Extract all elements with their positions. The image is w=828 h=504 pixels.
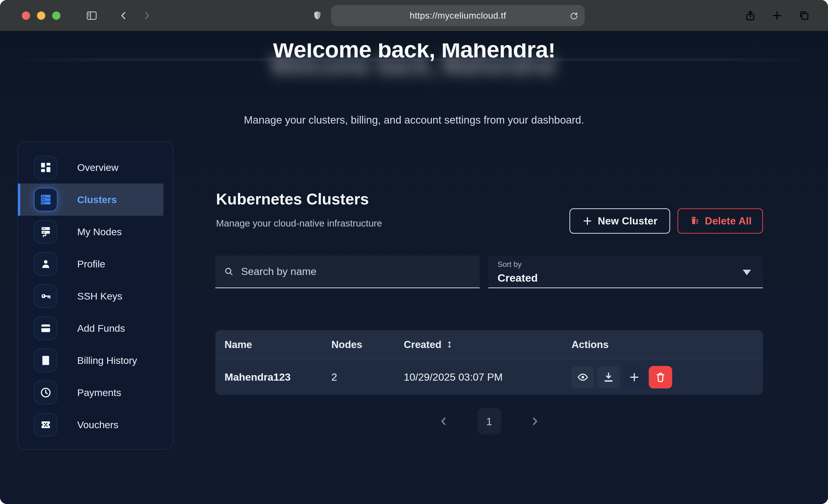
new-cluster-button[interactable]: New Cluster bbox=[570, 208, 670, 234]
chevron-right-icon bbox=[530, 416, 540, 427]
plus-icon bbox=[628, 371, 640, 383]
reload-icon[interactable] bbox=[569, 11, 579, 20]
eye-icon bbox=[577, 371, 589, 383]
sidebar-item-my-nodes[interactable]: My Nodes bbox=[18, 216, 173, 248]
hero: Welcome back, Mahendra! bbox=[0, 43, 828, 72]
cluster-created: 10/29/2025 03:07 PM bbox=[404, 371, 572, 383]
sidebar-item-label: Profile bbox=[77, 258, 105, 270]
close-window-button[interactable] bbox=[22, 11, 30, 20]
page-content: Welcome back, Mahendra! Welcome back, Ma… bbox=[0, 32, 828, 504]
sort-arrows-icon bbox=[446, 341, 453, 348]
sidebar-item-label: Vouchers bbox=[77, 419, 118, 430]
privacy-shield-icon[interactable] bbox=[312, 10, 323, 21]
sidebar-item-label: My Nodes bbox=[77, 226, 122, 238]
browser-toolbar bbox=[0, 0, 828, 32]
user-icon bbox=[34, 252, 57, 276]
download-kubeconfig-button[interactable] bbox=[597, 366, 620, 388]
sidebar: Overview Clusters bbox=[17, 142, 173, 450]
forward-button[interactable] bbox=[141, 10, 152, 21]
sidebar-item-vouchers[interactable]: Vouchers bbox=[18, 409, 173, 441]
sidebar-item-overview[interactable]: Overview bbox=[18, 152, 173, 183]
new-cluster-label: New Cluster bbox=[598, 215, 658, 227]
traffic-lights bbox=[22, 11, 60, 20]
search-input[interactable] bbox=[241, 265, 471, 278]
section-title: Kubernetes Clusters bbox=[216, 190, 369, 208]
section-subtitle: Manage your cloud-native infrastructure bbox=[216, 218, 382, 229]
next-page-button[interactable] bbox=[528, 416, 541, 427]
sidebar-item-payments[interactable]: Payments bbox=[18, 377, 173, 409]
welcome-subtitle: Manage your clusters, billing, and accou… bbox=[0, 114, 828, 126]
sidebar-item-label: Add Funds bbox=[77, 323, 125, 334]
sidebar-toggle-icon[interactable] bbox=[86, 10, 98, 22]
address-bar[interactable] bbox=[331, 5, 585, 26]
plus-icon bbox=[582, 216, 593, 226]
layout-dashboard-icon bbox=[34, 156, 57, 179]
page-number[interactable]: 1 bbox=[478, 408, 501, 434]
sidebar-item-label: Clusters bbox=[77, 194, 117, 205]
search-field[interactable] bbox=[215, 255, 480, 288]
header-created-label: Created bbox=[404, 339, 442, 350]
trash-sweep-icon bbox=[689, 215, 700, 226]
sidebar-item-label: Payments bbox=[77, 387, 121, 398]
table-header-row: Name Nodes Created Actions bbox=[215, 330, 763, 359]
clock-icon bbox=[34, 381, 57, 404]
sidebar-item-clusters[interactable]: Clusters bbox=[18, 183, 163, 216]
minimize-window-button[interactable] bbox=[37, 11, 45, 20]
search-icon bbox=[223, 266, 234, 277]
download-icon bbox=[603, 371, 615, 383]
delete-all-button[interactable]: Delete All bbox=[677, 208, 763, 234]
sort-label: Sort by bbox=[498, 260, 754, 269]
welcome-title: Welcome back, Mahendra! bbox=[0, 43, 828, 61]
sidebar-item-profile[interactable]: Profile bbox=[18, 248, 173, 280]
wallet-icon bbox=[34, 317, 57, 340]
sort-value: Created bbox=[498, 271, 754, 284]
sidebar-item-add-funds[interactable]: Add Funds bbox=[18, 312, 173, 344]
browser-window: Welcome back, Mahendra! Welcome back, Ma… bbox=[0, 0, 828, 504]
sidebar-item-billing-history[interactable]: Billing History bbox=[18, 344, 173, 377]
header-created-sort[interactable]: Created bbox=[404, 339, 572, 350]
ticket-percent-icon bbox=[34, 413, 57, 436]
chevron-left-icon bbox=[439, 416, 449, 427]
pagination: 1 bbox=[215, 408, 763, 434]
zoom-window-button[interactable] bbox=[52, 11, 60, 20]
new-tab-icon[interactable] bbox=[771, 10, 783, 22]
delete-all-label: Delete All bbox=[705, 215, 752, 227]
header-nodes: Nodes bbox=[331, 339, 404, 350]
clusters-table: Name Nodes Created Actions Mahendra123 2… bbox=[215, 330, 763, 395]
cluster-name: Mahendra123 bbox=[215, 371, 331, 383]
url-input[interactable] bbox=[356, 10, 560, 21]
sidebar-item-label: Overview bbox=[77, 162, 118, 173]
key-icon bbox=[34, 284, 57, 308]
back-button[interactable] bbox=[118, 10, 129, 21]
table-row: Mahendra123 2 10/29/2025 03:07 PM bbox=[215, 359, 763, 395]
add-node-button[interactable] bbox=[623, 366, 646, 388]
nodes-icon bbox=[34, 220, 57, 244]
header-actions: Actions bbox=[572, 339, 763, 350]
cluster-nodes: 2 bbox=[331, 371, 404, 383]
sidebar-item-ssh-keys[interactable]: SSH Keys bbox=[18, 280, 173, 312]
sidebar-item-label: Billing History bbox=[77, 355, 137, 366]
share-icon[interactable] bbox=[744, 10, 756, 22]
servers-icon bbox=[34, 188, 57, 211]
trash-icon bbox=[655, 372, 666, 383]
sidebar-item-label: SSH Keys bbox=[77, 291, 122, 302]
sort-select[interactable]: Sort by Created bbox=[488, 255, 763, 288]
header-name: Name bbox=[215, 339, 331, 350]
receipt-icon bbox=[34, 349, 57, 372]
chevron-down-icon bbox=[743, 270, 751, 275]
prev-page-button[interactable] bbox=[437, 416, 450, 427]
view-cluster-button[interactable] bbox=[572, 366, 594, 388]
delete-cluster-button[interactable] bbox=[649, 366, 672, 388]
tab-overview-icon[interactable] bbox=[798, 10, 810, 22]
